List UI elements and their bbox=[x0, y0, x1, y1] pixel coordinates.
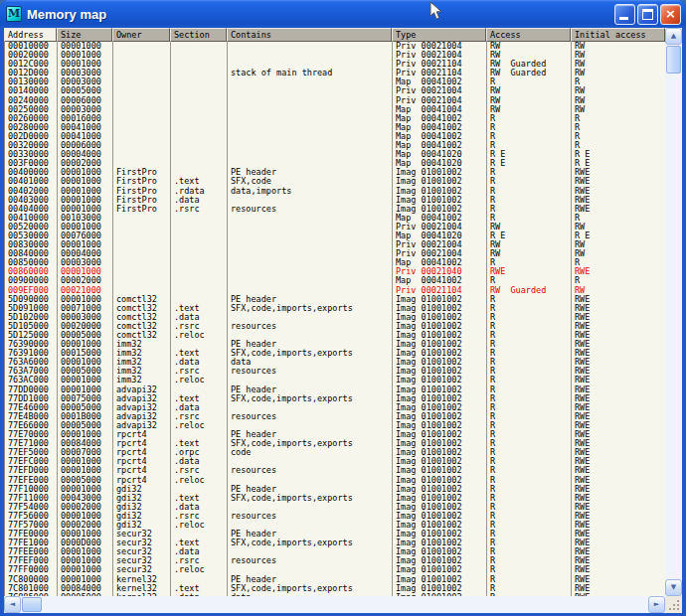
scroll-down-icon: ▼ bbox=[671, 583, 676, 591]
column-header-size[interactable]: Size bbox=[57, 28, 112, 42]
table-row[interactable]: 77E7000000001000rpcrt4PE headerImag 0100… bbox=[5, 430, 665, 439]
scroll-right-button[interactable]: ► bbox=[648, 596, 665, 613]
table-row[interactable]: 0028000000041000Map 00041002RR bbox=[5, 123, 665, 132]
table-row[interactable]: 77F5400000002000gdi32.dataImag 01001002R… bbox=[5, 503, 665, 512]
table-row[interactable]: 77FF000000001000secur32.relocImag 010010… bbox=[5, 565, 665, 574]
table-row[interactable]: 5D10200000003000comctl32.dataImag 010010… bbox=[5, 313, 665, 322]
table-row[interactable]: 77DD100000075000advapi32.textSFX,code,im… bbox=[5, 394, 665, 403]
table-row[interactable]: 7639100000015000imm32.textSFX,code,impor… bbox=[5, 349, 665, 358]
table-row[interactable]: 763AC00000001000imm32.relocImag 01001002… bbox=[5, 376, 665, 385]
table-row[interactable]: 5D10500000020000comctl32.rsrcresourcesIm… bbox=[5, 322, 665, 331]
table-row[interactable]: 77EFC00000001000rpcrt4.dataImag 01001002… bbox=[5, 457, 665, 466]
table-row[interactable]: 0083000000001000Priv 00021004RWRW bbox=[5, 240, 665, 249]
table-row[interactable]: 77E4600000005000advapi32.dataImag 010010… bbox=[5, 403, 665, 412]
vertical-scroll-thumb[interactable] bbox=[666, 46, 681, 74]
cell-access: R bbox=[487, 304, 572, 313]
table-row[interactable]: 77FEE00000001000secur32.dataImag 0100100… bbox=[5, 547, 665, 556]
table-row[interactable]: 0033000000004000Map 00041020R ER E bbox=[5, 150, 665, 159]
table-row[interactable]: 77E4B0000001B000advapi32.rsrcresourcesIm… bbox=[5, 412, 665, 421]
table-row[interactable]: 77DD000000001000advapi32PE headerImag 01… bbox=[5, 385, 665, 394]
table-row[interactable]: 0012D00000003000stack of main threadPriv… bbox=[5, 69, 665, 77]
table-row[interactable]: 0013000000003000Map 00041002RR bbox=[5, 77, 665, 86]
table-row[interactable]: 009EF00000021000Priv 00021104RW GuardedR… bbox=[5, 286, 665, 295]
table-row[interactable]: 5D09000000001000comctl32PE headerImag 01… bbox=[5, 295, 665, 304]
table-row[interactable]: 0025000000003000Map 00041004RWRW bbox=[5, 105, 665, 114]
cell-contains bbox=[228, 86, 393, 95]
column-header-initial-access[interactable]: Initial access bbox=[571, 28, 665, 42]
vertical-scrollbar[interactable]: ▲ ▼ bbox=[665, 28, 682, 596]
cell-access: R bbox=[487, 430, 572, 439]
table-row[interactable]: 77F5600000001000gdi32.rsrcresourcesImag … bbox=[5, 512, 665, 521]
cell-access: R bbox=[487, 205, 572, 214]
table-row[interactable]: 763A600000001000imm32.datadataImag 01001… bbox=[5, 358, 665, 367]
cell-initial: RWE bbox=[572, 267, 665, 276]
scroll-up-button[interactable]: ▲ bbox=[665, 28, 682, 45]
cell-section bbox=[171, 132, 228, 141]
cell-owner bbox=[113, 258, 171, 267]
minimize-button[interactable] bbox=[614, 4, 635, 25]
table-row[interactable]: 77E6600000005000advapi32.relocImag 01001… bbox=[5, 421, 665, 430]
table-row[interactable]: 0012C00000001000Priv 00021104RW GuardedR… bbox=[5, 60, 665, 69]
table-row[interactable]: 003F000000002000Map 00041020R ER E bbox=[5, 159, 665, 168]
table-row[interactable]: 0052000000001000Priv 00021004RWRW bbox=[5, 223, 665, 231]
table-row[interactable]: 0026000000016000Map 00041002RR bbox=[5, 114, 665, 123]
table-row[interactable]: 0032000000006000Map 00041002RR bbox=[5, 141, 665, 150]
cell-size: 00043000 bbox=[58, 494, 113, 503]
cell-access: RW bbox=[487, 86, 572, 95]
cell-type: Imag 01001002 bbox=[393, 547, 487, 556]
table-row[interactable]: 5D09100000071000comctl32.textSFX,code,im… bbox=[5, 304, 665, 313]
cell-access: R bbox=[487, 349, 572, 358]
scroll-left-button[interactable]: ◄ bbox=[4, 596, 21, 613]
column-header-section[interactable]: Section bbox=[170, 28, 227, 42]
horizontal-scrollbar[interactable]: ◄ ► bbox=[4, 596, 665, 613]
cell-type: Priv 00021004 bbox=[393, 86, 487, 95]
table-row[interactable]: 0085000000003000Map 00041002RR bbox=[5, 258, 665, 267]
horizontal-scroll-thumb[interactable] bbox=[22, 597, 42, 612]
column-header-address[interactable]: Address bbox=[4, 28, 57, 42]
table-row[interactable]: 0086000000001000Priv 00021040RWERWE bbox=[5, 267, 665, 276]
table-row[interactable]: 0040200000001000FirstPro.rdatadata,impor… bbox=[5, 187, 665, 196]
table-row[interactable]: 002D000000041000Map 00041002RR bbox=[5, 132, 665, 141]
close-button[interactable]: × bbox=[660, 4, 681, 25]
table-row[interactable]: 77F1100000043000gdi32.textSFX,code,impor… bbox=[5, 494, 665, 503]
table-row[interactable]: 0041000000103000Map 00041002RR bbox=[5, 214, 665, 223]
cell-access: R bbox=[487, 439, 572, 448]
table-row[interactable]: 77FE000000001000secur32PE headerImag 010… bbox=[5, 530, 665, 539]
table-row[interactable]: 0040300000001000FirstPro.dataImag 010010… bbox=[5, 196, 665, 205]
table-row[interactable]: 0084000000004000Priv 00021004RWRW bbox=[5, 249, 665, 258]
column-header-owner[interactable]: Owner bbox=[112, 28, 170, 42]
table-row[interactable]: 77EFD00000001000rpcrt4.rsrcresourcesImag… bbox=[5, 466, 665, 475]
table-row[interactable]: 0040400000001000FirstPro.rsrcresourcesIm… bbox=[5, 205, 665, 214]
table-row[interactable]: 7639000000001000imm32PE headerImag 01001… bbox=[5, 340, 665, 349]
scroll-down-button[interactable]: ▼ bbox=[665, 579, 682, 596]
maximize-button[interactable] bbox=[637, 4, 658, 25]
cell-address: 00410000 bbox=[5, 214, 58, 223]
table-row[interactable]: 0090000000002000Map 00041002RR bbox=[5, 276, 665, 285]
column-header-type[interactable]: Type bbox=[392, 28, 486, 42]
table-row[interactable]: 0053000000076000Map 00041020R ER E bbox=[5, 231, 665, 240]
table-row[interactable]: 77EFE00000005000rpcrt4.relocImag 0100100… bbox=[5, 476, 665, 485]
column-header-contains[interactable]: Contains bbox=[227, 28, 392, 42]
column-header-access[interactable]: Access bbox=[486, 28, 571, 42]
table-row[interactable]: 77FE10000000D000secur32.textSFX,code,imp… bbox=[5, 539, 665, 547]
cell-access: R bbox=[487, 358, 572, 367]
table-row[interactable]: 0040000000001000FirstProPE headerImag 01… bbox=[5, 168, 665, 177]
table-row[interactable]: 0014000000005000Priv 00021004RWRW bbox=[5, 86, 665, 95]
table-row[interactable]: 77F5700000002000gdi32.relocImag 01001002… bbox=[5, 521, 665, 530]
table-row[interactable]: 7C80100000084000kernel32.textSFX,code,im… bbox=[5, 584, 665, 593]
cell-initial: R bbox=[572, 214, 665, 223]
table-row[interactable]: 77FEF00000001000secur32.rsrcresourcesIma… bbox=[5, 556, 665, 565]
table-row[interactable]: 7C80000000001000kernel32PE headerImag 01… bbox=[5, 575, 665, 584]
title-bar[interactable]: M Memory map × bbox=[0, 0, 686, 28]
resize-grip[interactable] bbox=[669, 600, 679, 610]
table-row[interactable]: 5D12500000005000comctl32.relocImag 01001… bbox=[5, 331, 665, 340]
table-row[interactable]: 77F1000000001000gdi32PE headerImag 01001… bbox=[5, 485, 665, 494]
table-row[interactable]: 0024000000006000Priv 00021004RWRW bbox=[5, 96, 665, 105]
table-row[interactable]: 77E7100000084000rpcrt4.textSFX,code,impo… bbox=[5, 439, 665, 448]
table-row[interactable]: 0001000000001000Priv 00021004RWRW bbox=[5, 42, 665, 51]
table-row[interactable]: 0040100000001000FirstPro.textSFX,codeIma… bbox=[5, 177, 665, 186]
table-row[interactable]: 0002000000001000Priv 00021004RWRW bbox=[5, 51, 665, 60]
cell-type: Priv 00021004 bbox=[393, 51, 487, 60]
table-row[interactable]: 763A700000005000imm32.rsrcresourcesImag … bbox=[5, 367, 665, 376]
table-row[interactable]: 77EF500000007000rpcrt4.orpccodeImag 0100… bbox=[5, 448, 665, 457]
